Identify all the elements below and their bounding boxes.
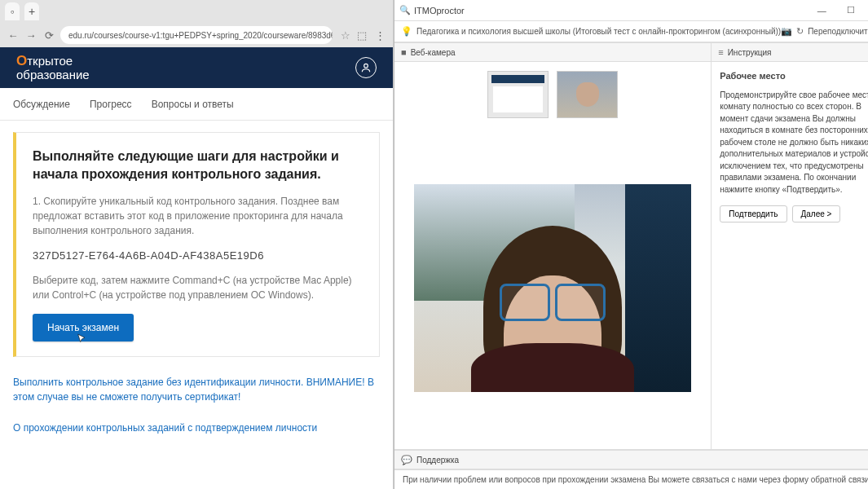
reconnect-label[interactable]: Переподключиться [808, 27, 868, 36]
webcam-panel-header: ■ Веб-камера [394, 42, 711, 62]
exam-code[interactable]: 327D5127-E764-4A6B-A04D-AF438A5E19D6 [33, 249, 363, 262]
url-text: edu.ru/courses/course-v1:tgu+PEDPSY+spri… [68, 31, 333, 40]
course-tabs: Обсуждение Прогресс Вопросы и ответы [0, 88, 393, 121]
new-tab-button[interactable]: + [24, 2, 39, 20]
cursor-icon [77, 333, 88, 345]
app-title: ITMOproctor [414, 6, 465, 15]
instructions-heading: Рабочее место [720, 70, 868, 83]
chat-icon: 💬 [401, 455, 412, 465]
video-icon: ■ [401, 47, 407, 57]
page-content: Выполняйте следующие шаги для настройки … [0, 121, 393, 489]
bookmark-icon[interactable]: ☆ [341, 29, 350, 42]
forward-icon[interactable]: → [24, 29, 37, 42]
tab-discussion[interactable]: Обсуждение [13, 99, 70, 110]
browser-toolbar: ← → ⟳ edu.ru/courses/course-v1:tgu+PEDPS… [0, 23, 393, 47]
proctor-window: 🔍 ITMOproctor — ☐ ✕ 💡 Педагогика и психо… [394, 0, 868, 489]
link-about-proctoring[interactable]: О прохождении контрольных заданий с подт… [13, 421, 380, 435]
instructions-panel: ≡ Инструкция Рабочее место Продемонстрир… [712, 42, 868, 449]
links-section: Выполнить контрольное задание без иденти… [13, 375, 380, 435]
app-icon: 🔍 [399, 5, 411, 15]
screen-thumbnail[interactable] [487, 71, 549, 118]
support-panel-header: 💬 Поддержка [394, 450, 868, 469]
copy-hint: Выберите код, затем нажмите Command+C (н… [33, 273, 363, 302]
user-avatar-icon[interactable] [355, 57, 377, 78]
next-button[interactable]: Далее > [792, 205, 841, 222]
svg-point-0 [364, 64, 368, 68]
list-icon: ≡ [718, 47, 723, 57]
confirm-button[interactable]: Подтвердить [720, 205, 786, 222]
exam-title: Педагогика и психология высшей школы (Ит… [416, 27, 781, 36]
menu-icon[interactable]: ⋮ [373, 29, 386, 42]
minimize-button[interactable]: — [808, 2, 835, 19]
card-heading: Выполняйте следующие шаги для настройки … [33, 148, 363, 183]
webcam-area [394, 127, 711, 449]
tab-progress[interactable]: Прогресс [90, 99, 132, 110]
maximize-button[interactable]: ☐ [837, 2, 865, 19]
thumbnails-row [394, 62, 711, 127]
exam-setup-card: Выполняйте следующие шаги для настройки … [13, 132, 380, 357]
instructions-text: Продемонстрируйте свое рабочее место и к… [720, 90, 868, 196]
support-panel: 💬 Поддержка При наличии проблем или вопр… [394, 449, 868, 489]
site-header: Открытое образование [0, 47, 393, 88]
tab-qa[interactable]: Вопросы и ответы [152, 99, 234, 110]
link-no-identity[interactable]: Выполнить контрольное задание без иденти… [13, 375, 380, 404]
back-icon[interactable]: ← [7, 29, 20, 42]
instructions-panel-header: ≡ Инструкция [712, 42, 868, 62]
site-logo[interactable]: Открытое образование [16, 54, 90, 82]
step-1-text: 1. Скопируйте уникальный код контрольног… [33, 194, 363, 238]
address-bar[interactable]: edu.ru/courses/course-v1:tgu+PEDPSY+spri… [60, 26, 333, 44]
start-exam-button[interactable]: Начать экзамен [33, 314, 134, 341]
camera-small-icon[interactable]: 📷 [781, 26, 792, 37]
browser-tab-strip: ◦ + [0, 0, 393, 23]
tab-active[interactable]: ◦ [5, 2, 20, 20]
refresh-icon[interactable]: ↻ [796, 26, 804, 37]
webcam-panel: ■ Веб-камера [394, 42, 712, 449]
support-text: При наличии проблем или вопросов при про… [394, 469, 868, 489]
extension-icon[interactable]: ⬚ [355, 29, 368, 42]
bulb-icon: 💡 [401, 26, 412, 37]
exam-info-bar: 💡 Педагогика и психология высшей школы (… [394, 21, 868, 42]
camera-thumbnail[interactable] [557, 71, 618, 118]
webcam-feed [414, 184, 691, 392]
window-titlebar: 🔍 ITMOproctor — ☐ ✕ [394, 0, 868, 21]
reload-icon[interactable]: ⟳ [42, 29, 55, 42]
browser-window: ◦ + ← → ⟳ edu.ru/courses/course-v1:tgu+P… [0, 0, 394, 489]
